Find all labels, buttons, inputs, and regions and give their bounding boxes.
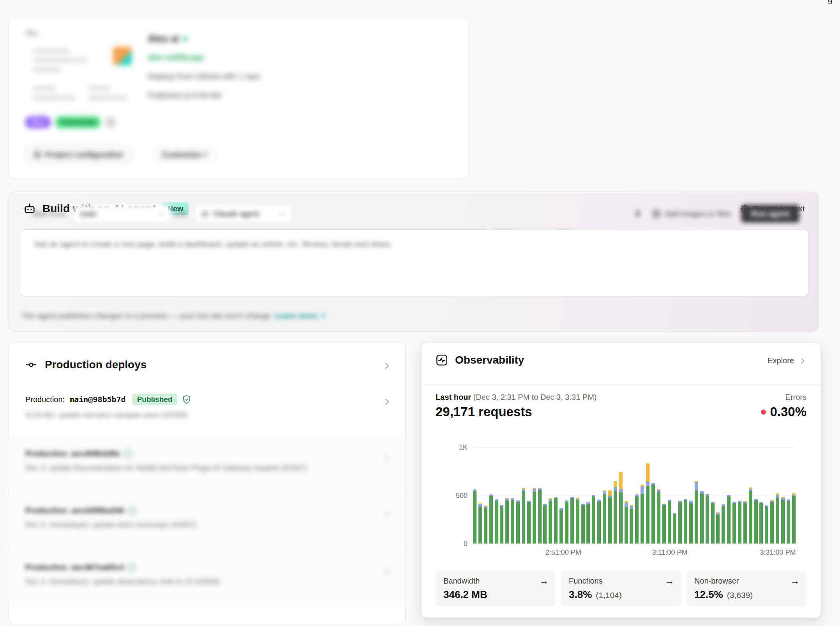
site-url-link[interactable]: alex-netlify.app (148, 53, 260, 62)
functions-label: Functions (569, 577, 673, 586)
deploy-subtitle: Dec 3: chore(deps): update astro monorep… (25, 520, 389, 529)
chart-bar (608, 447, 612, 543)
chart-bar (484, 447, 487, 543)
chevron-right-icon[interactable] (383, 362, 391, 370)
ai-agent-section: Build with an AI agent New Project conte… (9, 192, 819, 332)
deploy-subtitle: Dec 3: chore(deps): update dependency sh… (25, 577, 389, 586)
x-axis-label: 3:31:00 PM (760, 549, 796, 557)
chevron-down-icon (279, 211, 285, 217)
chart-bar (754, 447, 758, 543)
chart-bar (527, 447, 531, 543)
non-browser-value: 12.5% (694, 589, 723, 601)
agent-prompt-box[interactable]: Ask an agent to create a new page, build… (20, 229, 808, 296)
chart-bar (614, 447, 617, 543)
deploy-source-line: Deploys from GitHub with 1 repo (148, 72, 260, 81)
error-rate-value: 0.30% (770, 404, 806, 419)
thumbnail-line (88, 86, 111, 90)
chart-bar (651, 447, 655, 543)
chart-bar (505, 447, 509, 543)
add-files-button[interactable]: Add images or files (652, 209, 731, 218)
y-axis-label: 1K (444, 443, 468, 452)
chevron-right-icon (799, 357, 806, 365)
verified-icon (128, 507, 136, 515)
deploy-prefix: Production: (25, 395, 65, 404)
chart-bar (597, 447, 601, 543)
deploy-entry[interactable]: Production: aecd08b3d8e Dec 3: update Do… (9, 436, 405, 493)
arrow-right-icon: → (790, 575, 799, 586)
site-preview-thumbnail[interactable] (25, 40, 139, 111)
error-dot-icon (761, 410, 766, 415)
bandwidth-card[interactable]: Bandwidth → 346.2 MB (436, 571, 556, 607)
requests-count: 29,171 requests (436, 404, 532, 419)
requests-chart (473, 447, 796, 544)
robot-icon (201, 210, 209, 218)
agent-note: The agent publishes changes to a preview… (21, 311, 326, 320)
chart-bar (781, 447, 785, 543)
microphone-icon[interactable] (634, 209, 642, 218)
chevron-down-icon (158, 211, 164, 217)
chart-bar (495, 447, 498, 543)
deploy-entry[interactable]: Production: aecd499ba346 Dec 3: chore(de… (9, 493, 405, 550)
chart-bar (543, 447, 547, 543)
deploy-title: Production: aecd08b3d8e (25, 449, 120, 458)
deploy-subtitle: Dec 3: update Documentation for Netlify … (25, 464, 389, 472)
deploy-entry[interactable]: Production: aecd67ea60c4 Dec 3: chore(de… (9, 550, 405, 607)
functions-card[interactable]: Functions → 3.8% (1,104) (561, 571, 681, 607)
run-agent-label: Run agent (751, 209, 789, 218)
commit-icon (25, 359, 37, 371)
status-dot-icon (183, 37, 187, 41)
learn-more-link[interactable]: Learn more ↗ (275, 311, 326, 320)
thumbnail-image (113, 47, 132, 65)
chart-bar (706, 447, 709, 543)
explore-link[interactable]: Explore (768, 356, 806, 365)
published-line: Published at 8:06 AM (148, 91, 260, 100)
functions-extra: (1,104) (596, 591, 622, 600)
observability-panel: Observability Explore Last hour (Dec 3, … (421, 343, 821, 618)
chart-bar (700, 447, 704, 543)
branch-select[interactable]: main (73, 205, 171, 223)
chevron-right-icon (383, 453, 391, 462)
arrow-right-icon: → (539, 575, 549, 586)
deploy-subtitle: 5133-8kr: update domains navigate pane (… (25, 411, 389, 419)
chart-bar (538, 447, 542, 543)
project-title: Alex ai (148, 33, 179, 44)
arrow-right-icon: → (665, 575, 674, 586)
observability-stats: Bandwidth → 346.2 MB Functions → 3.8% (1… (436, 571, 806, 607)
period-label: Last hour (436, 393, 471, 401)
dashboard-page: g Alex Next Connected Alex ai (0, 0, 840, 626)
deploy-title: Production: aecd67ea60c4 (25, 563, 124, 572)
production-deploys-title: Production deploys (45, 359, 146, 371)
with-label: with (174, 209, 188, 218)
chart-bar (684, 447, 687, 543)
add-files-label: Add images or files (665, 209, 731, 218)
chart-bar (787, 447, 790, 543)
thumbnail-line (33, 58, 87, 62)
chevron-right-icon (383, 567, 391, 575)
chart-bar (554, 447, 558, 543)
chart-bar (533, 447, 536, 543)
chart-bar (603, 447, 606, 543)
production-deploys-panel: Production deploys Production: main@98b5… (9, 343, 406, 623)
agent-model-select[interactable]: Claude agent (194, 205, 292, 223)
chart-bar (727, 447, 731, 543)
chevron-right-icon (383, 510, 391, 519)
divider (422, 384, 821, 385)
info-circle-icon[interactable] (105, 117, 116, 128)
functions-value: 3.8% (569, 589, 592, 601)
observability-title: Observability (455, 354, 524, 366)
chart-bar (570, 447, 574, 543)
status-badge: Connected (55, 116, 101, 128)
customize-button[interactable]: Customize + (154, 146, 216, 163)
chart-bar (619, 447, 623, 543)
y-axis-label: 500 (444, 492, 468, 500)
chart-bar (630, 447, 633, 543)
chart-bar (668, 447, 671, 543)
run-agent-button[interactable]: Run agent (741, 205, 799, 223)
project-configuration-button[interactable]: Project configuration (25, 146, 132, 163)
deploy-entry-current[interactable]: Production: main@98b5b7d Published 5133-… (25, 393, 389, 419)
chevron-right-icon[interactable] (383, 397, 391, 406)
non-browser-card[interactable]: Non-browser → 12.5% (3,639) (686, 571, 806, 607)
thumbnail-line (33, 86, 56, 90)
thumbnail-line (33, 49, 70, 53)
period-range: (Dec 3, 2:31 PM to Dec 3, 3:31 PM) (473, 393, 597, 401)
